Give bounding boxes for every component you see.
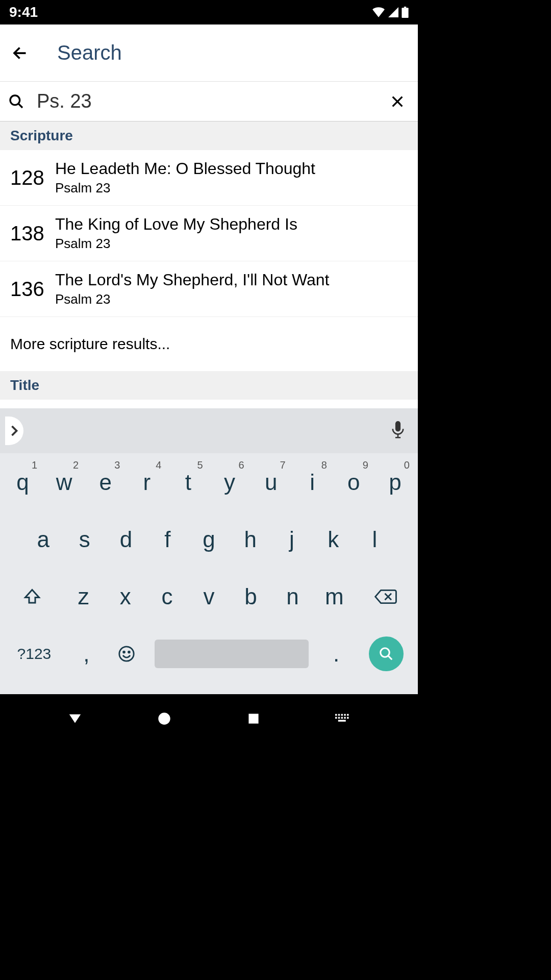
key-symbols[interactable]: ?123: [3, 629, 65, 679]
key-u[interactable]: 7u: [252, 457, 291, 507]
battery-icon: [402, 7, 409, 18]
key-space[interactable]: [148, 629, 315, 679]
svg-point-6: [129, 651, 130, 653]
back-button[interactable]: [8, 41, 33, 65]
mic-icon: [391, 421, 405, 438]
svg-rect-3: [395, 421, 400, 431]
svg-rect-11: [338, 714, 339, 716]
triangle-down-icon: [68, 712, 82, 726]
result-number: 138: [10, 222, 55, 245]
keyboard-suggestion-bar: [0, 408, 418, 453]
key-j[interactable]: j: [272, 514, 311, 565]
status-icons: [372, 7, 409, 18]
svg-rect-19: [347, 717, 348, 719]
svg-rect-20: [338, 720, 345, 721]
search-icon: [8, 93, 29, 110]
key-z[interactable]: z: [64, 572, 104, 622]
svg-rect-14: [347, 714, 348, 716]
key-o[interactable]: 9o: [334, 457, 373, 507]
square-icon: [247, 713, 260, 725]
key-p[interactable]: 0p: [375, 457, 415, 507]
nav-recent[interactable]: [238, 703, 269, 734]
key-m[interactable]: m: [314, 572, 354, 622]
key-a[interactable]: a: [23, 514, 63, 565]
key-search[interactable]: [358, 629, 415, 679]
shift-icon: [23, 587, 41, 606]
search-icon: [379, 646, 394, 662]
svg-point-7: [381, 648, 390, 657]
key-x[interactable]: x: [106, 572, 145, 622]
key-f[interactable]: f: [148, 514, 187, 565]
key-g[interactable]: g: [189, 514, 229, 565]
result-subtitle: Psalm 23: [55, 180, 408, 196]
more-scripture-link[interactable]: More scripture results...: [0, 317, 418, 371]
key-e[interactable]: 3e: [86, 457, 125, 507]
svg-rect-15: [335, 717, 337, 719]
wifi-icon: [372, 7, 385, 17]
key-i[interactable]: 8i: [293, 457, 332, 507]
key-n[interactable]: n: [272, 572, 312, 622]
keyboard-mic-button[interactable]: [391, 421, 405, 440]
close-icon: [389, 93, 406, 110]
section-header-scripture: Scripture: [0, 121, 418, 150]
result-subtitle: Psalm 23: [55, 236, 408, 252]
clear-button[interactable]: [385, 89, 410, 114]
nav-keyboard-toggle[interactable]: [328, 703, 358, 734]
key-w[interactable]: 2w: [44, 457, 84, 507]
key-c[interactable]: c: [147, 572, 187, 622]
key-period[interactable]: .: [317, 629, 356, 679]
backspace-icon: [374, 589, 397, 605]
nav-bar: [0, 694, 418, 743]
svg-rect-12: [341, 714, 342, 716]
keyboard: 1q2w3e4r5t6y7u8i9o0p asdfghjkl zxcvbnm ?…: [0, 408, 418, 694]
key-l[interactable]: l: [355, 514, 394, 565]
key-comma[interactable]: ,: [67, 629, 106, 679]
result-title: The Lord's My Shepherd, I'll Not Want: [55, 271, 408, 289]
key-s[interactable]: s: [65, 514, 104, 565]
cell-icon: [388, 7, 398, 17]
result-title: The King of Love My Shepherd Is: [55, 215, 408, 234]
key-r[interactable]: 4r: [127, 457, 166, 507]
svg-rect-1: [404, 7, 406, 8]
arrow-left-icon: [11, 44, 30, 62]
key-k[interactable]: k: [314, 514, 353, 565]
svg-rect-10: [335, 714, 337, 716]
svg-point-5: [123, 651, 125, 653]
section-header-title: Title: [0, 371, 418, 400]
svg-rect-16: [338, 717, 339, 719]
key-t[interactable]: 5t: [168, 457, 208, 507]
svg-rect-17: [341, 717, 342, 719]
svg-rect-9: [248, 714, 258, 723]
svg-point-8: [158, 713, 170, 724]
result-number: 136: [10, 278, 55, 301]
emoji-icon: [118, 645, 135, 663]
key-backspace[interactable]: [356, 572, 415, 622]
app-bar: Search: [0, 24, 418, 82]
key-v[interactable]: v: [189, 572, 229, 622]
svg-point-2: [10, 95, 20, 105]
key-d[interactable]: d: [106, 514, 145, 565]
list-item[interactable]: 138 The King of Love My Shepherd Is Psal…: [0, 206, 418, 261]
key-shift[interactable]: [3, 572, 62, 622]
key-b[interactable]: b: [231, 572, 270, 622]
result-title: He Leadeth Me: O Blessed Thought: [55, 159, 408, 178]
svg-point-4: [119, 647, 134, 661]
key-emoji[interactable]: [108, 629, 146, 679]
page-title: Search: [57, 41, 122, 64]
list-item[interactable]: 128 He Leadeth Me: O Blessed Thought Psa…: [0, 150, 418, 206]
result-subtitle: Psalm 23: [55, 291, 408, 307]
list-item[interactable]: 136 The Lord's My Shepherd, I'll Not Wan…: [0, 261, 418, 317]
key-y[interactable]: 6y: [210, 457, 249, 507]
key-q[interactable]: 1q: [3, 457, 42, 507]
keyboard-expand-button[interactable]: [5, 416, 23, 445]
search-input[interactable]: [29, 90, 385, 112]
nav-home[interactable]: [149, 703, 180, 734]
chevron-right-icon: [10, 425, 18, 437]
status-bar: 9:41: [0, 0, 418, 24]
svg-rect-13: [344, 714, 345, 716]
search-row: [0, 82, 418, 121]
svg-rect-18: [344, 717, 345, 719]
key-h[interactable]: h: [231, 514, 270, 565]
keyboard-icon: [335, 714, 350, 724]
nav-back[interactable]: [60, 703, 90, 734]
